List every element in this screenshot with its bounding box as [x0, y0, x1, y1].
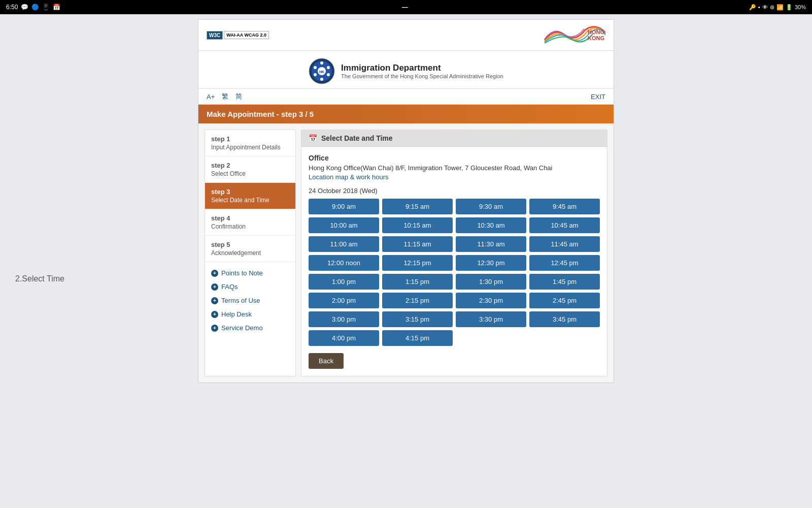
help-icon	[211, 311, 218, 318]
time-slot-button[interactable]: 10:45 am	[529, 217, 600, 233]
time-slot-button[interactable]: 2:00 pm	[309, 293, 379, 308]
step-2-name: Select Office	[211, 170, 289, 177]
faqs-icon	[211, 283, 218, 291]
w3c-badge: W3C WAI-AA WCAG 2.0	[207, 31, 269, 40]
status-right: 🔑 ▪ 👁 ⊛ 📶 🔋 30%	[749, 4, 806, 11]
status-bar: 6:50 💬 🔵 📱 📅 — 🔑 ▪ 👁 ⊛ 📶 🔋 30%	[0, 0, 812, 14]
time-slot-button[interactable]: 4:00 pm	[309, 330, 379, 346]
battery-level: 30%	[795, 4, 806, 10]
svg-point-10	[314, 73, 317, 76]
battery-icon: 🔋	[786, 4, 793, 11]
dept-subtitle: The Government of the Hong Kong Special …	[341, 73, 503, 79]
service-demo-label: Service Demo	[221, 324, 263, 332]
step-1-name: Input Appointment Details	[211, 144, 289, 151]
time-slot-button[interactable]: 12:45 pm	[529, 255, 600, 271]
time-slot-button[interactable]: 12:30 pm	[456, 255, 526, 271]
sim-icon: ▪	[758, 4, 760, 10]
time-slot-button[interactable]: 1:00 pm	[309, 274, 379, 290]
wechat-icon: 💬	[21, 4, 28, 11]
app-icon-3: 📅	[53, 4, 60, 11]
status-center: —	[402, 4, 408, 11]
time-slot-button[interactable]: 1:30 pm	[456, 274, 526, 290]
app-icon-1: 🔵	[31, 4, 39, 11]
dept-text: Immigration Department The Government of…	[341, 63, 503, 79]
time-slot-button[interactable]: 1:15 pm	[382, 274, 453, 290]
date-heading: 24 October 2018 (Wed)	[309, 187, 600, 195]
svg-point-9	[320, 78, 323, 81]
wcag-label: WAI-AA WCAG 2.0	[224, 31, 269, 39]
back-section: Back	[301, 353, 607, 376]
time-slot-button[interactable]: 2:15 pm	[382, 293, 453, 308]
terms-of-use-link[interactable]: Terms of Use	[205, 294, 295, 307]
office-label: Office	[309, 154, 600, 162]
sidebar-step-3[interactable]: step 3 Select Date and Time	[205, 183, 295, 209]
points-note-icon	[211, 270, 218, 277]
header-inner: HK Immigration Department The Government…	[309, 58, 503, 84]
time-slot-button[interactable]: 3:15 pm	[382, 311, 453, 327]
back-button[interactable]: Back	[309, 353, 344, 369]
step-3-num: step 3	[211, 188, 289, 196]
time-grid: 9:00 am9:15 am9:30 am9:45 am10:00 am10:1…	[309, 199, 600, 346]
service-demo-icon	[211, 325, 218, 332]
time-slot-button[interactable]: 3:00 pm	[309, 311, 379, 327]
sidebar-step-4[interactable]: step 4 Confirmation	[205, 209, 295, 236]
time-slot-button[interactable]: 10:30 am	[456, 217, 526, 233]
calendar-icon: 📅	[309, 134, 317, 142]
panel-title: Select Date and Time	[321, 134, 393, 142]
points-to-note-link[interactable]: Points to Note	[205, 266, 295, 280]
eye-icon: 👁	[762, 4, 768, 10]
time-slot-button[interactable]: 11:00 am	[309, 236, 379, 252]
dept-name: Immigration Department	[341, 63, 503, 73]
faqs-link[interactable]: FAQs	[205, 280, 295, 294]
sidebar-step-5[interactable]: step 5 Acknowledgement	[205, 236, 295, 262]
terms-icon	[211, 297, 218, 304]
dept-crest-icon: HK	[309, 58, 335, 84]
time-slot-button[interactable]: 9:15 am	[382, 199, 453, 214]
wifi-icon: 📶	[776, 4, 784, 11]
sidebar-step-2[interactable]: step 2 Select Office	[205, 156, 295, 183]
app-icon-2: 📱	[42, 4, 50, 11]
time-slot-button[interactable]: 11:30 am	[456, 236, 526, 252]
panel-body: Office Hong Kong Office(Wan Chai) 8/F, I…	[301, 147, 607, 353]
service-demo-link[interactable]: Service Demo	[205, 321, 295, 335]
time-slot-button[interactable]: 11:45 am	[529, 236, 600, 252]
time-slot-button[interactable]: 2:45 pm	[529, 293, 600, 308]
sidebar-step-1[interactable]: step 1 Input Appointment Details	[205, 130, 295, 156]
step-2-num: step 2	[211, 162, 289, 169]
svg-point-7	[327, 66, 330, 69]
svg-point-11	[314, 66, 317, 69]
trad-chinese-link[interactable]: 繁	[222, 92, 228, 101]
font-size-link[interactable]: A+	[207, 93, 215, 101]
time-slot-button[interactable]: 11:15 am	[382, 236, 453, 252]
content-area: step 1 Input Appointment Details step 2 …	[198, 123, 614, 383]
time-slot-button[interactable]: 10:00 am	[309, 217, 379, 233]
simp-chinese-link[interactable]: 简	[235, 92, 242, 101]
step-4-num: step 4	[211, 214, 289, 222]
outer-wrapper: W3C WAI-AA WCAG 2.0 HONG KONG	[0, 14, 812, 403]
time-slot-button[interactable]: 10:15 am	[382, 217, 453, 233]
panel-header: 📅 Select Date and Time	[301, 130, 607, 147]
time-slot-button[interactable]: 1:45 pm	[529, 274, 600, 290]
step-1-num: step 1	[211, 135, 289, 143]
time-slot-button[interactable]: 9:30 am	[456, 199, 526, 214]
time-slot-button[interactable]: 9:45 am	[529, 199, 600, 214]
office-address: Hong Kong Office(Wan Chai) 8/F, Immigrat…	[309, 164, 600, 172]
side-label: 2.Select Time	[15, 274, 64, 283]
main-container: W3C WAI-AA WCAG 2.0 HONG KONG	[198, 19, 614, 383]
help-desk-link[interactable]: Help Desk	[205, 307, 295, 321]
office-link[interactable]: Location map & work hours	[309, 173, 389, 181]
time-slot-button[interactable]: 4:15 pm	[382, 330, 453, 346]
time-slot-button[interactable]: 3:30 pm	[456, 311, 526, 327]
header: HK Immigration Department The Government…	[198, 51, 614, 89]
time-slot-button[interactable]: 12:15 pm	[382, 255, 453, 271]
bluetooth-icon: ⊛	[770, 4, 774, 11]
time-slot-button[interactable]: 9:00 am	[309, 199, 379, 214]
exit-link[interactable]: EXIT	[591, 93, 605, 101]
svg-text:HK: HK	[319, 70, 324, 74]
time-slot-button[interactable]: 2:30 pm	[456, 293, 526, 308]
nav-bar: A+ 繁 简 EXIT	[198, 89, 614, 105]
time-slot-button[interactable]: 12:00 noon	[309, 255, 379, 271]
time-slot-button[interactable]: 3:45 pm	[529, 311, 600, 327]
step-5-num: step 5	[211, 241, 289, 248]
top-bar: W3C WAI-AA WCAG 2.0 HONG KONG	[198, 20, 614, 51]
